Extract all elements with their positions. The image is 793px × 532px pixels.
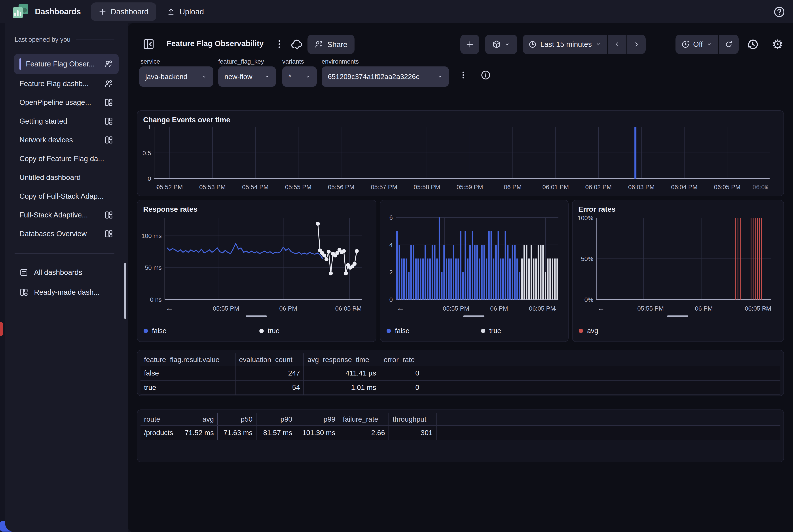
table-row[interactable]: /products 71.52 ms 71.63 ms 81.57 ms 101… — [141, 425, 780, 440]
svg-text:4: 4 — [389, 242, 393, 248]
upload-button[interactable]: Upload — [167, 7, 204, 16]
sidebar-scrollbar[interactable] — [124, 263, 126, 319]
svg-text:06:04 PM: 06:04 PM — [671, 184, 698, 190]
settings-gear-icon[interactable]: ⚙ — [771, 38, 784, 51]
chart-mini-scrollbar[interactable] — [246, 316, 267, 317]
filter-feature-flag-key-dropdown[interactable]: new-flow — [218, 66, 276, 87]
logo-bar-icon — [20, 12, 21, 16]
svg-text:0 ns: 0 ns — [150, 296, 162, 303]
time-forward-button[interactable] — [627, 35, 646, 54]
table-row[interactable]: true 54 1.01 ms 0 — [141, 380, 780, 395]
refresh-clock-icon — [681, 40, 689, 49]
column-header[interactable]: p90 — [256, 413, 296, 425]
filter-variants-dropdown[interactable]: * — [282, 66, 317, 87]
column-header[interactable]: p99 — [296, 413, 339, 425]
panel-title: Error rates — [578, 205, 615, 213]
refresh-icon — [724, 40, 733, 49]
svg-text:0%: 0% — [585, 296, 593, 303]
chart-mini-scrollbar[interactable] — [667, 316, 688, 317]
alert-badge[interactable] — [0, 322, 3, 336]
history-icon[interactable] — [746, 38, 759, 51]
svg-text:←: ← — [597, 304, 605, 312]
column-header[interactable]: evaluation_count — [236, 354, 304, 366]
sidebar-item-getting-started[interactable]: Getting started — [14, 112, 119, 131]
table-row[interactable]: false 247 411.41 µs 0 — [141, 366, 780, 380]
svg-text:50 ms: 50 ms — [145, 264, 162, 271]
chevron-down-icon — [264, 74, 270, 79]
sidebar-item-databases-overview[interactable]: Databases Overview — [14, 224, 119, 243]
svg-text:05:56 PM: 05:56 PM — [328, 184, 354, 190]
svg-text:50%: 50% — [581, 255, 593, 262]
legend-false[interactable]: false — [144, 327, 166, 335]
sidebar-recent-list: Feature Flag Obser... Feature Flag dashb… — [5, 54, 128, 243]
add-panel-button[interactable] — [460, 35, 479, 54]
divider — [15, 253, 114, 254]
svg-text:100 ms: 100 ms — [141, 232, 162, 239]
column-header[interactable]: failure_rate — [339, 413, 389, 425]
auto-refresh-button[interactable]: Off — [676, 35, 718, 54]
sidebar-item-ready-made-dashboards[interactable]: Ready-made dash... — [14, 282, 119, 302]
cloud-sync-icon[interactable] — [290, 38, 303, 51]
sidebar-item-all-dashboards[interactable]: All dashboards — [14, 263, 119, 282]
svg-text:05:55 PM: 05:55 PM — [213, 305, 239, 312]
svg-text:05:58 PM: 05:58 PM — [414, 184, 440, 190]
help-icon[interactable] — [773, 6, 786, 18]
legend-true[interactable]: true — [481, 327, 501, 335]
change-events-chart[interactable]: 10.5005:52 PM05:53 PM05:54 PM05:55 PM05:… — [141, 126, 779, 193]
plus-icon — [99, 8, 106, 16]
sidebar-item-copy-feature-flag[interactable]: Copy of Feature Flag da... — [14, 149, 119, 168]
sidebar-item-feature-flag-observability[interactable]: Feature Flag Obser... — [14, 54, 119, 74]
column-header[interactable]: feature_flag.result.value — [141, 354, 236, 366]
variables-cube-button[interactable] — [485, 35, 517, 54]
filter-service-dropdown[interactable]: java-backend — [139, 66, 214, 87]
svg-text:0: 0 — [389, 296, 393, 303]
table-header-row: feature_flag.result.value evaluation_cou… — [141, 354, 780, 366]
logo-bar-icon — [17, 11, 19, 16]
column-header[interactable]: throughput — [389, 413, 437, 425]
svg-text:0: 0 — [148, 175, 151, 182]
sidebar-bottom-nav: All dashboards Ready-made dash... — [5, 263, 128, 302]
logo-bar-icon — [14, 13, 16, 16]
svg-text:06:03 PM: 06:03 PM — [628, 184, 655, 190]
info-icon[interactable] — [480, 70, 491, 80]
sidebar-item-full-stack-adaptive[interactable]: Full-Stack Adaptive... — [14, 206, 119, 224]
column-header[interactable]: error_rate — [380, 354, 423, 366]
legend-false[interactable]: false — [387, 327, 409, 335]
selected-accent-bar — [19, 58, 21, 70]
refresh-button[interactable] — [719, 35, 739, 54]
filters-kebab-icon[interactable] — [458, 70, 468, 80]
time-range-button[interactable]: Last 15 minutes — [523, 35, 607, 54]
legend-true[interactable]: true — [259, 327, 279, 335]
chevron-right-icon — [633, 41, 640, 48]
dashboard-grid-icon — [104, 98, 113, 107]
top-bar: Dashboards Dashboard Upload — [0, 0, 793, 23]
response-rates-chart[interactable]: 100 ms50 ms0 ns05:55 PM06 PM06:05 PM←→ — [140, 214, 372, 314]
share-button[interactable]: Share — [308, 35, 354, 54]
column-header[interactable]: route — [141, 413, 179, 425]
sidebar-item-network-devices[interactable]: Network devices — [14, 131, 119, 149]
svg-text:0.5: 0.5 — [143, 150, 151, 156]
dashboard-grid-icon — [104, 117, 113, 126]
header-filler — [423, 354, 780, 366]
time-back-button[interactable] — [608, 35, 626, 54]
svg-text:06:05 PM: 06:05 PM — [714, 184, 740, 190]
column-header[interactable]: avg — [179, 413, 218, 425]
evaluation-counts-chart[interactable]: 642005:55 PM06 PM06:05 PM←→ — [383, 214, 565, 314]
sidebar-item-untitled-dashboard[interactable]: Untitled dashboard — [14, 168, 119, 187]
new-dashboard-button[interactable]: Dashboard — [91, 2, 156, 21]
legend-avg[interactable]: avg — [579, 327, 598, 335]
filter-environments-dropdown[interactable]: 651209c374a1f02aa2a3226c — [321, 66, 449, 87]
routes-table: route avg p50 p90 p99 failure_rate throu… — [141, 413, 780, 440]
error-rates-chart[interactable]: 100%50%0%05:55 PM06 PM06:05 PM←→ — [575, 214, 780, 314]
chart-mini-scrollbar[interactable] — [463, 316, 484, 317]
app-logo — [13, 4, 29, 20]
kebab-menu-icon[interactable] — [274, 38, 285, 50]
table-header-row: route avg p50 p90 p99 failure_rate throu… — [141, 413, 780, 425]
sidebar-item-copy-full-stack[interactable]: Copy of Full-Stack Adap... — [14, 187, 119, 206]
sidebar-item-openpipeline-usage[interactable]: OpenPipeline usage... — [14, 93, 119, 112]
collapse-sidebar-icon[interactable] — [143, 38, 154, 50]
column-header[interactable]: p50 — [218, 413, 256, 425]
sidebar-item-feature-flag-dashboard[interactable]: Feature Flag dashb... — [14, 74, 119, 93]
left-rail — [0, 23, 5, 532]
column-header[interactable]: avg_response_time — [304, 354, 380, 366]
